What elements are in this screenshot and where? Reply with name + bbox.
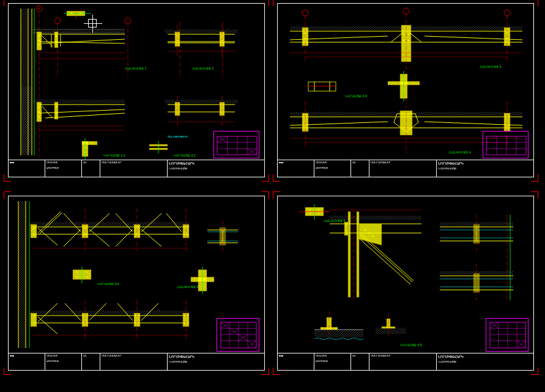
title-block-4: ■■■ ՄՇԱԿԵՑ ՍՏՈՒԳԵՑ ԱՆ ՄԱՆՐԱՄԱՍՆԵՐ ՆՈՐ ՄԻ… xyxy=(278,353,533,370)
key-plan-4 xyxy=(486,318,528,352)
svg-rect-151 xyxy=(30,222,189,226)
svg-point-243 xyxy=(365,229,366,231)
svg-rect-267 xyxy=(314,330,363,337)
title-block-1: ■■■ ՄՇԱԿԵՑ ՍՏՈՒԳԵՑ ԱՆ ՄԱՆՐԱՄԱՍՆԵՐ ՆՈՐ ՄԻ… xyxy=(9,160,264,177)
svg-point-58 xyxy=(39,111,40,113)
detail-label: ՀԱՆԳՈՒՅՑ 2 xyxy=(192,67,213,70)
svg-point-13 xyxy=(54,18,61,24)
svg-point-138 xyxy=(302,10,308,16)
svg-point-59 xyxy=(39,116,40,117)
svg-point-188 xyxy=(76,276,78,278)
detail-label: ԿՏՐՎԱԾՔ 3-3 xyxy=(345,94,367,98)
note-label: ԾԱՆՈԹՈՒԹՅՈՒՆ xyxy=(168,135,188,138)
detail-label: ԿՏՐՎԱԾՔ 4-4 xyxy=(97,282,119,286)
svg-rect-15 xyxy=(33,29,125,33)
svg-point-247 xyxy=(346,225,347,226)
svg-rect-274 xyxy=(376,328,406,334)
detail-label: ԿՏՐՎԱԾՔ 2-2 xyxy=(174,153,196,157)
svg-rect-5 xyxy=(21,86,32,153)
svg-rect-74 xyxy=(82,141,97,145)
detail-label: ՀԱՆԳՈՒՅՑ 4 xyxy=(449,150,470,154)
svg-point-244 xyxy=(372,235,373,237)
svg-line-62 xyxy=(42,106,53,118)
svg-point-49 xyxy=(221,40,223,41)
svg-line-171 xyxy=(116,229,133,246)
svg-point-187 xyxy=(86,272,87,273)
svg-line-163 xyxy=(64,229,81,246)
svg-point-27 xyxy=(39,44,40,45)
svg-line-30 xyxy=(42,35,53,46)
svg-rect-246 xyxy=(344,222,348,235)
svg-point-112 xyxy=(506,38,508,39)
title-block-3: ■■■ ՄՇԱԿԵՑ ՍՏՈՒԳԵՑ ԱՆ ՄԱՆՐԱՄԱՍՆԵՐ ՆՈՐ ՄԻ… xyxy=(9,353,264,370)
svg-point-272 xyxy=(335,328,336,329)
svg-rect-141 xyxy=(486,136,526,155)
svg-line-157 xyxy=(38,228,57,245)
svg-rect-197 xyxy=(31,313,37,327)
svg-point-106 xyxy=(408,40,409,41)
svg-point-271 xyxy=(322,328,323,329)
svg-point-37 xyxy=(80,13,81,14)
svg-point-140 xyxy=(504,10,510,16)
svg-point-47 xyxy=(177,40,178,41)
svg-rect-115 xyxy=(308,82,336,91)
drawing-sheet-4: ՀԱՆԳՈՒՅՑ 5 ԿՏՐՎԱԾՔ 5-5 ■■■ ՄՇԱԿԵՑ ՍՏՈՒԳԵ… xyxy=(277,196,534,371)
detail-label: ՀԱՆԳՈՒՅՑ 4 xyxy=(177,285,198,289)
svg-point-248 xyxy=(346,230,347,231)
svg-point-36 xyxy=(71,13,72,14)
svg-rect-265 xyxy=(473,273,480,292)
svg-line-199 xyxy=(38,317,57,334)
detail-label: ՀԱՆԳՈՒՅՑ 3 xyxy=(480,65,501,68)
svg-point-46 xyxy=(177,35,178,37)
svg-line-172 xyxy=(141,229,161,246)
tb-type: ՄԱՆՐԱՄԱՍՆԵՐ xyxy=(100,160,167,166)
tb-project-sub: Կ ԱՌՈՒՑՎԱԾՔ xyxy=(168,166,264,172)
svg-rect-234 xyxy=(348,212,350,297)
detail-label: ՀԱՆԳՈՒՅՑ 5 xyxy=(324,219,345,223)
key-plan-1 xyxy=(213,131,259,158)
svg-point-28 xyxy=(56,35,57,37)
svg-rect-24 xyxy=(54,32,58,48)
svg-rect-51 xyxy=(33,100,125,103)
svg-rect-256 xyxy=(473,224,480,243)
svg-point-26 xyxy=(39,40,40,41)
drawing-sheet-1: A xyxy=(8,3,265,177)
svg-point-99 xyxy=(305,32,306,34)
detail-label: ՀԱՆԳՈՒՅՑ 1 xyxy=(125,67,146,70)
svg-point-61 xyxy=(56,113,57,114)
detail-label: ԿՏՐՎԱԾՔ 5-5 xyxy=(400,343,422,347)
svg-point-228 xyxy=(318,209,319,210)
drawing-sheet-3: ՀԱՆԳՈՒՅՑ 4 ԿՏՐՎԱԾՔ 4-4 ■■■ ՄՇԱԿԵՑ ՍՏՈՒԳԵ… xyxy=(8,196,265,371)
svg-point-245 xyxy=(369,232,370,234)
svg-point-189 xyxy=(86,276,87,278)
tb-stage: ԱՆ xyxy=(82,160,100,166)
svg-rect-154 xyxy=(31,224,37,238)
svg-rect-194 xyxy=(30,311,189,314)
drawing-sheet-2: ՀԱՆԳՈՒՅՑ 3 ԿՏՐՎԱԾՔ 3-3 ՀԱՆԳՈՒՅՑ 4 ■■■ ՄՇ… xyxy=(277,3,534,177)
tb-logo: ■■■ xyxy=(9,160,45,166)
svg-point-60 xyxy=(56,106,57,108)
svg-point-230 xyxy=(318,213,319,214)
tb-drawn-label: ՄՇԱԿԵՑ xyxy=(45,160,81,166)
svg-point-159 xyxy=(33,234,34,235)
tb-checked-label: ՍՏՈՒԳԵՑ xyxy=(45,166,81,171)
key-plan-2 xyxy=(483,131,528,158)
svg-rect-56 xyxy=(54,102,58,119)
svg-point-14 xyxy=(125,18,131,24)
svg-rect-147 xyxy=(18,201,26,348)
svg-point-104 xyxy=(408,34,409,35)
svg-point-139 xyxy=(403,8,409,14)
detail-label: ԿՏՐՎԱԾՔ 1-1 xyxy=(103,153,125,157)
svg-line-164 xyxy=(89,229,109,246)
svg-point-48 xyxy=(221,35,223,37)
svg-point-186 xyxy=(76,272,78,273)
svg-point-103 xyxy=(403,34,404,35)
svg-point-25 xyxy=(39,35,40,37)
svg-point-158 xyxy=(33,228,34,229)
svg-line-241 xyxy=(357,237,410,284)
svg-point-227 xyxy=(310,209,311,210)
svg-point-100 xyxy=(305,38,306,39)
svg-marker-242 xyxy=(359,224,382,245)
svg-rect-235 xyxy=(357,212,359,297)
title-block-2: ■■■ ՄՇԱԿԵՑ ՍՏՈՒԳԵՑ ԱՆ ՄԱՆՐԱՄԱՍՆԵՐ ՆՈՐ ՄԻ… xyxy=(278,160,533,177)
